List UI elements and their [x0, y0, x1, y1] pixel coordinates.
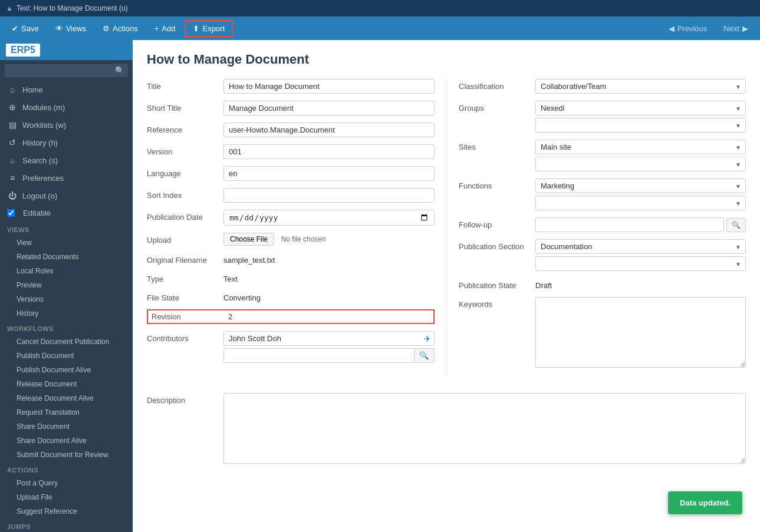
classification-select[interactable]: Collaborative/Team: [535, 79, 746, 94]
groups-select[interactable]: Nexedi: [535, 101, 746, 115]
publication-state-row: Publication State Draft: [459, 278, 746, 290]
contributors-search-input[interactable]: [223, 348, 414, 363]
functions-select2-wrapper: [535, 196, 746, 210]
sites-label: Sites: [459, 140, 535, 151]
file-state-row: File State Converting: [147, 290, 435, 302]
publication-date-row: Publication Date: [147, 210, 435, 226]
upload-row: Upload Choose File No file chosen: [147, 233, 435, 246]
sidebar-item-history[interactable]: ↺ History (h): [0, 134, 133, 151]
reference-field: [223, 123, 435, 137]
sidebar-view-versions[interactable]: Versions: [0, 292, 133, 306]
title-input[interactable]: [223, 79, 435, 94]
publication-section-select[interactable]: Documentation: [535, 239, 746, 254]
short-title-input[interactable]: [223, 101, 435, 115]
next-button[interactable]: Next ▶: [716, 21, 755, 36]
sidebar-item-preferences[interactable]: ≡ Preferences: [0, 169, 133, 187]
publication-date-input[interactable]: [223, 210, 435, 226]
sidebar-view-history[interactable]: History: [0, 306, 133, 320]
contributors-label: Contributors: [147, 331, 223, 343]
sidebar-wf-release-alive[interactable]: Release Document Alive: [0, 391, 133, 405]
sidebar-wf-cancel[interactable]: Cancel Document Publication: [0, 335, 133, 349]
sidebar-logo-area: ERP5: [0, 40, 133, 60]
follow-up-wrapper: 🔍: [535, 217, 746, 232]
file-state-label: File State: [147, 290, 223, 302]
publication-section-select2[interactable]: [535, 256, 746, 271]
sidebar-view-related[interactable]: Related Documents: [0, 250, 133, 264]
sidebar-item-editable[interactable]: Editable: [0, 204, 133, 222]
sidebar-item-worklists[interactable]: ▤ Worklists (w): [0, 116, 133, 134]
functions-select[interactable]: Marketing: [535, 179, 746, 193]
description-textarea[interactable]: [223, 393, 746, 464]
sites-select[interactable]: Main site: [535, 140, 746, 154]
original-filename-row: Original Filename sample_text.txt: [147, 253, 435, 265]
title-label: Title: [147, 79, 223, 91]
groups-select2[interactable]: [535, 118, 746, 133]
sidebar-item-label-preferences: Preferences: [22, 174, 64, 183]
logout-icon: ⏻: [7, 191, 18, 200]
save-button[interactable]: ✔ Save: [5, 21, 46, 36]
sidebar-item-home[interactable]: ⌂ Home: [0, 81, 133, 98]
sidebar-wf-release[interactable]: Release Document: [0, 377, 133, 391]
jumps-section-header: JUMPS: [0, 518, 133, 532]
upload-label: Upload: [147, 233, 223, 244]
sidebar-wf-publish-alive[interactable]: Publish Document Alive: [0, 363, 133, 377]
sidebar-wf-request-translation[interactable]: Request Translation: [0, 405, 133, 419]
sidebar-item-label-home: Home: [22, 85, 43, 94]
follow-up-input[interactable]: [535, 217, 724, 232]
sidebar-view-view[interactable]: View: [0, 236, 133, 250]
choose-file-button[interactable]: Choose File: [223, 233, 274, 246]
contributors-wrapper: ✈: [223, 331, 435, 346]
sites-select2[interactable]: [535, 157, 746, 171]
sidebar-editable-label: Editable: [23, 209, 51, 217]
sidebar-item-modules[interactable]: ⊕ Modules (m): [0, 98, 133, 116]
editable-checkbox[interactable]: [7, 209, 15, 217]
sidebar-action-suggest[interactable]: Suggest Reference: [0, 504, 133, 518]
search-input[interactable]: [5, 64, 111, 77]
views-button[interactable]: 👁 Views: [48, 21, 93, 36]
version-input[interactable]: [223, 144, 435, 159]
publication-section-field: Documentation: [535, 239, 746, 271]
contributors-clear-icon[interactable]: ✈: [424, 334, 431, 343]
groups-row: Groups Nexedi: [459, 101, 746, 133]
sidebar-view-local-roles[interactable]: Local Roles: [0, 264, 133, 278]
contributors-input[interactable]: [223, 331, 435, 346]
reference-input[interactable]: [223, 123, 435, 137]
functions-select2[interactable]: [535, 196, 746, 210]
sidebar-wf-share-alive[interactable]: Share Document Alive: [0, 434, 133, 448]
follow-up-search-button[interactable]: 🔍: [726, 218, 746, 232]
publication-state-label: Publication State: [459, 278, 535, 290]
sidebar-item-logout[interactable]: ⏻ Logout (o): [0, 187, 133, 204]
sidebar-wf-submit-review[interactable]: Submit Document for Review: [0, 448, 133, 462]
language-input[interactable]: [223, 166, 435, 181]
sites-row: Sites Main site: [459, 140, 746, 171]
groups-field: Nexedi: [535, 101, 746, 133]
contributors-search-button[interactable]: 🔍: [414, 348, 435, 363]
publication-date-field: [223, 210, 435, 226]
original-filename-value: sample_text.txt: [223, 253, 435, 265]
language-field: [223, 166, 435, 181]
sidebar-wf-publish[interactable]: Publish Document: [0, 349, 133, 363]
contributors-row: Contributors ✈ 🔍: [147, 331, 435, 363]
search-nav-icon: ⌕: [7, 156, 18, 165]
sort-index-input[interactable]: [223, 188, 435, 203]
revision-field: 2: [223, 309, 435, 324]
sidebar-item-search[interactable]: ⌕ Search (s): [0, 151, 133, 169]
keywords-textarea[interactable]: [535, 297, 746, 368]
previous-button[interactable]: ◀ Previous: [662, 21, 715, 36]
toolbar-nav: ◀ Previous Next ▶: [662, 21, 755, 36]
workflows-section-header: WORKFLOWS: [0, 320, 133, 335]
export-button[interactable]: ⬆ Export: [185, 20, 233, 37]
toolbar: ✔ Save 👁 Views ⚙ Actions + Add ⬆ Export …: [0, 16, 760, 40]
actions-button[interactable]: ⚙ Actions: [96, 21, 145, 36]
preferences-icon: ≡: [7, 173, 18, 183]
sidebar-action-upload[interactable]: Upload File: [0, 490, 133, 504]
views-section-header: VIEWS: [0, 222, 133, 236]
sidebar-wf-share[interactable]: Share Document: [0, 419, 133, 434]
contributors-field: ✈ 🔍: [223, 331, 435, 363]
add-button[interactable]: + Add: [147, 21, 183, 36]
actions-section-header: ACTIONS: [0, 462, 133, 476]
upload-field: Choose File No file chosen: [223, 233, 435, 246]
sidebar-view-preview[interactable]: Preview: [0, 278, 133, 292]
search-icon[interactable]: 🔍: [111, 64, 128, 77]
sidebar-action-post-query[interactable]: Post a Query: [0, 476, 133, 490]
